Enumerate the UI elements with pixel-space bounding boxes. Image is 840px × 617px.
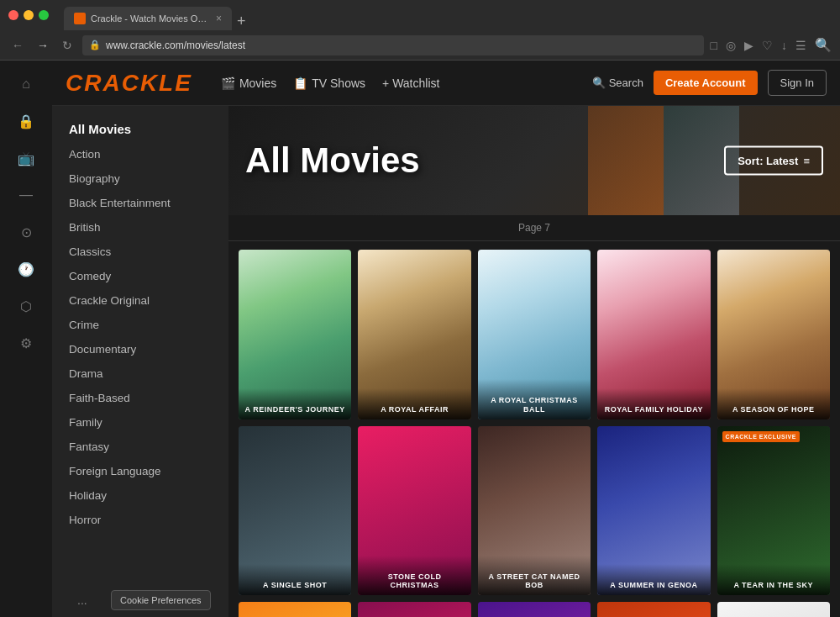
movie-card-0[interactable]: A Reindeer's Journey xyxy=(239,250,351,419)
create-account-button[interactable]: Create Account xyxy=(654,71,758,95)
more-options-dots[interactable]: ... xyxy=(77,593,87,607)
tab-close-button[interactable]: × xyxy=(216,13,222,24)
sidebar-icon-dash[interactable]: — xyxy=(11,180,41,210)
cookie-preferences-button[interactable]: Cookie Preferences xyxy=(111,590,211,610)
search-button[interactable]: 🔍 Search xyxy=(592,76,643,89)
navbar: CRACKLE 🎬 Movies 📋 TV Shows + Watchlist … xyxy=(52,61,840,106)
sidebar-icon-clock[interactable]: 🕐 xyxy=(11,254,41,284)
category-item-british[interactable]: British xyxy=(52,215,228,240)
refresh-button[interactable]: ↻ xyxy=(59,37,76,54)
movie-card-14[interactable]: A White, White Day xyxy=(717,602,830,617)
camera-icon[interactable]: ◎ xyxy=(726,39,736,52)
category-item-biography[interactable]: Biography xyxy=(52,166,228,191)
chrome-search-icon[interactable]: 🔍 xyxy=(815,37,832,53)
tab-title: Crackle - Watch Movies Online... xyxy=(91,13,207,24)
sidebar-icon-home[interactable]: ⌂ xyxy=(11,69,41,99)
movie-title-3: Royal Family Holiday xyxy=(597,388,710,419)
heart-icon[interactable]: ♡ xyxy=(762,39,773,52)
category-item-horror[interactable]: Horror xyxy=(52,508,228,532)
toolbar-icons: □ ◎ ▶ ♡ ↓ ☰ 🔍 xyxy=(711,37,832,53)
movies-hero: All Movies Sort: Latest ≡ xyxy=(228,106,840,215)
sidebar-icon-lock[interactable]: 🔒 xyxy=(11,106,41,136)
category-item-all-movies[interactable]: All Movies xyxy=(52,116,228,142)
browser-chrome: Crackle - Watch Movies Online... × + ← →… xyxy=(0,0,840,61)
category-item-documentary[interactable]: Documentary xyxy=(52,337,228,361)
movie-poster-10: Movie 11 xyxy=(239,602,351,617)
movie-poster-8: A Summer in Genoa xyxy=(597,426,710,596)
movie-card-5[interactable]: A Single Shot xyxy=(239,426,351,596)
category-panel: All MoviesActionBiographyBlack Entertain… xyxy=(52,106,228,617)
play-icon[interactable]: ▶ xyxy=(744,39,753,52)
category-item-faith-based[interactable]: Faith-Based xyxy=(52,386,228,410)
maximize-window-button[interactable] xyxy=(39,10,49,20)
sidebar-icon-tv[interactable]: 📺 xyxy=(11,143,41,173)
movie-poster-14: A White, White Day xyxy=(717,602,830,617)
nav-tv-shows[interactable]: 📋 TV Shows xyxy=(293,76,365,90)
movie-card-9[interactable]: CRACKLE EXCLUSIVEA Tear in the Sky xyxy=(717,426,830,596)
sidebar-icon-cube[interactable]: ⬡ xyxy=(11,291,41,321)
category-item-crackle-original[interactable]: Crackle Original xyxy=(52,288,228,313)
address-bar[interactable]: 🔒 www.crackle.com/movies/latest xyxy=(82,35,704,55)
movie-card-4[interactable]: A Season of Hope xyxy=(717,250,830,419)
page-indicator: Page 7 xyxy=(228,215,840,241)
movies-area: All Movies Sort: Latest ≡ Page 7 A Reind… xyxy=(228,106,840,617)
logo[interactable]: CRACKLE xyxy=(66,70,192,97)
browser-titlebar: Crackle - Watch Movies Online... × + xyxy=(0,0,840,30)
movie-title-2: A Royal Christmas Ball xyxy=(478,379,591,419)
movie-card-2[interactable]: A Royal Christmas Ball xyxy=(478,250,591,419)
movie-card-3[interactable]: Royal Family Holiday xyxy=(597,250,710,419)
movie-poster-3: Royal Family Holiday xyxy=(597,250,710,419)
movie-card-12[interactable]: Movie 13 xyxy=(478,602,591,617)
movie-title-0: A Reindeer's Journey xyxy=(239,388,351,419)
category-item-classics[interactable]: Classics xyxy=(52,240,228,264)
movie-card-8[interactable]: A Summer in Genoa xyxy=(597,426,710,596)
category-item-family[interactable]: Family xyxy=(52,410,228,435)
sort-button[interactable]: Sort: Latest ≡ xyxy=(724,146,823,176)
category-item-foreign-language[interactable]: Foreign Language xyxy=(52,459,228,483)
movie-card-11[interactable]: Movie 12 xyxy=(358,602,470,617)
traffic-lights xyxy=(8,10,49,20)
movie-poster-13: Movie 14 xyxy=(597,602,710,617)
active-tab[interactable]: Crackle - Watch Movies Online... × xyxy=(64,7,232,30)
movie-poster-4: A Season of Hope xyxy=(717,250,830,419)
category-item-holiday[interactable]: Holiday xyxy=(52,483,228,508)
category-item-comedy[interactable]: Comedy xyxy=(52,264,228,288)
tab-favicon xyxy=(74,13,86,24)
nav-watchlist[interactable]: + Watchlist xyxy=(382,76,439,90)
back-button[interactable]: ← xyxy=(8,37,27,54)
category-item-crime[interactable]: Crime xyxy=(52,313,228,337)
new-tab-button[interactable]: + xyxy=(237,13,246,30)
sort-icon: ≡ xyxy=(803,155,810,167)
sign-in-button[interactable]: Sign In xyxy=(768,70,827,96)
category-item-black-entertainment[interactable]: Black Entertainment xyxy=(52,191,228,215)
movie-title-5: A Single Shot xyxy=(239,564,351,595)
movie-card-13[interactable]: Movie 14 xyxy=(597,602,710,617)
nav-links: 🎬 Movies 📋 TV Shows + Watchlist xyxy=(221,76,572,90)
minimize-window-button[interactable] xyxy=(24,10,34,20)
movie-card-6[interactable]: Stone Cold Christmas xyxy=(358,426,470,596)
forward-button[interactable]: → xyxy=(34,37,52,54)
movie-card-7[interactable]: A Street Cat Named Bob xyxy=(478,426,591,596)
tv-icon: 📋 xyxy=(293,76,307,90)
movie-title-7: A Street Cat Named Bob xyxy=(478,556,591,596)
download-icon[interactable]: ↓ xyxy=(781,39,787,52)
browser-tabs: Crackle - Watch Movies Online... × + xyxy=(64,0,246,30)
category-item-action[interactable]: Action xyxy=(52,142,228,166)
movie-title-9: A Tear in the Sky xyxy=(717,564,830,595)
menu-icon[interactable]: ☰ xyxy=(795,39,806,52)
category-item-drama[interactable]: Drama xyxy=(52,361,228,386)
sidebar-icon-circle[interactable]: ⊙ xyxy=(11,217,41,247)
movie-card-10[interactable]: Movie 11 xyxy=(239,602,351,617)
movie-title-8: A Summer in Genoa xyxy=(597,564,710,595)
nav-movies[interactable]: 🎬 Movies xyxy=(221,76,276,90)
hero-bg-images xyxy=(588,106,739,215)
movies-grid: A Reindeer's JourneyA Royal AffairA Roya… xyxy=(228,241,840,617)
movie-card-1[interactable]: A Royal Affair xyxy=(358,250,470,419)
movie-poster-0: A Reindeer's Journey xyxy=(239,250,351,419)
page-title: All Movies xyxy=(245,140,420,181)
screenshot-icon[interactable]: □ xyxy=(711,39,717,52)
category-item-fantasy[interactable]: Fantasy xyxy=(52,435,228,459)
sidebar-icons-panel: ⌂ 🔒 📺 — ⊙ 🕐 ⬡ ⚙ xyxy=(0,61,52,617)
sidebar-icon-gear[interactable]: ⚙ xyxy=(11,328,41,358)
close-window-button[interactable] xyxy=(8,10,18,20)
